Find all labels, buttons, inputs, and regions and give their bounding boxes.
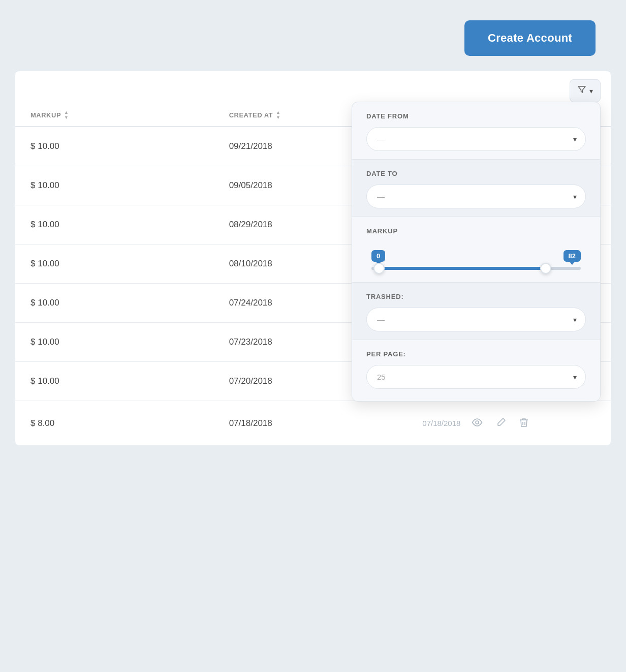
row-actions: 07/18/2018	[412, 401, 611, 445]
trashed-label: TRASHED:	[366, 293, 586, 300]
slider-thumb-left[interactable]	[373, 263, 385, 274]
main-content: ▾ DATE FROM — ▾ DA	[15, 71, 611, 445]
markup-cell: $ 10.00	[15, 284, 214, 322]
sort-up: ▲	[64, 110, 69, 115]
col-header-markup: MARKUP ▲ ▼	[15, 110, 214, 120]
slider-thumb-right[interactable]	[540, 263, 551, 274]
range-max-badge: 82	[564, 250, 581, 262]
range-container: 0 82	[366, 250, 586, 270]
date-from-section: DATE FROM — ▾	[352, 102, 600, 159]
per-page-wrapper: 25 50 100 ▾	[366, 365, 586, 389]
trashed-wrapper: — ▾	[366, 308, 586, 331]
top-bar: Create Account	[0, 0, 626, 71]
delete-button[interactable]	[517, 415, 530, 431]
per-page-label: PER PAGE:	[366, 350, 586, 358]
markup-cell: $ 10.00	[15, 127, 214, 166]
range-badges: 0 82	[371, 250, 581, 262]
filter-bar: ▾ DATE FROM — ▾ DA	[15, 71, 611, 102]
filter-panel-arrow	[568, 102, 582, 102]
edit-icon	[496, 417, 506, 427]
create-account-button[interactable]: Create Account	[464, 20, 596, 56]
svg-point-0	[476, 421, 479, 424]
trash-icon	[519, 417, 528, 427]
slider-fill	[375, 267, 549, 270]
view-icon	[472, 418, 483, 426]
markup-cell: $ 8.00	[15, 404, 214, 443]
date-from-label: DATE FROM	[366, 112, 586, 120]
funnel-icon	[577, 85, 586, 97]
sort-arrows-markup[interactable]: ▲ ▼	[64, 110, 69, 120]
slider-track	[371, 267, 581, 270]
markup-cell: $ 10.00	[15, 323, 214, 361]
markup-section: MARKUP 0 82	[352, 217, 600, 282]
sort-up: ▲	[276, 110, 280, 115]
markup-cell: $ 10.00	[15, 362, 214, 401]
date-to-wrapper: — ▾	[366, 185, 586, 208]
view-button[interactable]	[469, 416, 485, 430]
markup-cell: $ 10.00	[15, 245, 214, 283]
sort-down: ▼	[276, 115, 280, 120]
range-min-badge: 0	[371, 250, 385, 262]
date-to-section: DATE TO — ▾	[352, 160, 600, 217]
per-page-select[interactable]: 25 50 100	[366, 365, 586, 389]
date-to-select[interactable]: —	[366, 185, 586, 208]
sort-arrows-created-at[interactable]: ▲ ▼	[276, 110, 280, 120]
date-label: 07/18/2018	[422, 419, 460, 427]
edit-button[interactable]	[494, 415, 508, 431]
col-markup-label: MARKUP	[30, 111, 61, 119]
table-row-last: $ 8.00 07/18/2018 07/18/2018	[15, 401, 611, 445]
markup-cell: $ 10.00	[15, 205, 214, 244]
created-at-cell: 07/18/2018	[214, 404, 413, 443]
trashed-section: TRASHED: — ▾	[352, 283, 600, 340]
filter-button[interactable]: ▾	[570, 79, 601, 102]
chevron-down-icon: ▾	[589, 87, 593, 95]
markup-filter-label: MARKUP	[366, 227, 586, 235]
trashed-select[interactable]: —	[366, 308, 586, 331]
sort-down: ▼	[64, 115, 69, 120]
date-to-label: DATE TO	[366, 170, 586, 177]
markup-cell: $ 10.00	[15, 166, 214, 205]
date-from-wrapper: — ▾	[366, 127, 586, 151]
per-page-section: PER PAGE: 25 50 100 ▾	[352, 340, 600, 401]
filter-panel: DATE FROM — ▾ DATE TO —	[352, 102, 601, 402]
date-from-select[interactable]: —	[366, 127, 586, 151]
page-container: Create Account ▾ DATE FROM	[0, 0, 626, 672]
col-created-at-label: CREATED AT	[229, 111, 273, 119]
